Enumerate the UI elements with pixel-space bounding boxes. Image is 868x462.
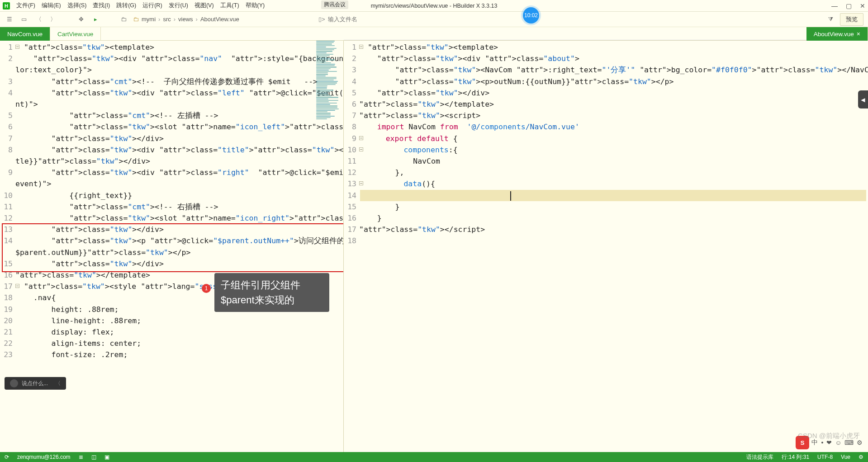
crumb-0[interactable]: mymi (142, 16, 156, 23)
tab-cartview[interactable]: CartView.vue (50, 27, 101, 41)
editor-pane-right[interactable]: 123456789101112131415161718 "attr">class… (344, 41, 868, 452)
nav-forward-icon[interactable]: 〉 (48, 14, 58, 24)
nav-back-icon[interactable]: 〈 (33, 14, 43, 24)
annotation-badge: 1 (202, 284, 211, 293)
app-logo: H (3, 2, 10, 9)
chat-input-bar[interactable]: 说点什么... 〈 (5, 377, 66, 390)
meeting-overlay: 腾讯会议 (321, 0, 348, 9)
preview-button[interactable]: 预览 (840, 13, 863, 26)
terminal-icon[interactable]: ▣ (104, 454, 109, 460)
file-search[interactable]: ▯> (318, 16, 427, 23)
tooltip-note: 子组件引用父组件 $parent来实现的 (214, 273, 329, 312)
window-close-icon[interactable]: ✕ (860, 2, 865, 9)
menu-file[interactable]: 文件(F) (16, 2, 35, 9)
split-icon[interactable]: ◫ (91, 454, 96, 460)
code-area-right[interactable]: "attr">class="tkw"><template> "attr">cla… (359, 41, 868, 247)
cursor-target-icon[interactable]: ✥ (76, 14, 86, 24)
window-title: mymi/src/views/AboutView.vue - HBuilder … (371, 3, 498, 9)
watermark: CSDN @前端小虎牙 (798, 432, 860, 440)
toolbar: ☰ ▭ 〈 〉 ✥ ▸ 🗀 🗀 mymi› src› views› AboutV… (0, 12, 868, 27)
list-icon[interactable]: ≣ (79, 454, 83, 460)
tooltip-line1: 子组件引用父组件 (221, 278, 323, 292)
tooltip-line2: $parent来实现的 (221, 292, 323, 307)
crumb-2[interactable]: views (178, 16, 193, 23)
explorer-toggle-icon[interactable]: ☰ (5, 14, 14, 24)
file-search-input[interactable] (328, 16, 427, 23)
menu-view[interactable]: 视图(V) (194, 2, 214, 9)
filter-icon[interactable]: ⧩ (825, 14, 835, 24)
menu-tools[interactable]: 工具(T) (220, 2, 239, 9)
editor-pane-left[interactable]: 12 34 5678 9 1011121314 1516171819202122… (0, 41, 344, 452)
tab-label: CartView.vue (57, 31, 93, 38)
menu-find[interactable]: 查找(I) (93, 2, 110, 9)
text-cursor (510, 191, 511, 201)
window-maximize-icon[interactable]: ▢ (846, 2, 852, 9)
line-gutter-left: 12 34 5678 9 1011121314 1516171819202122… (0, 41, 15, 361)
status-encoding[interactable]: UTF-8 (817, 454, 833, 460)
status-language[interactable]: Vue (841, 454, 850, 460)
menu-edit[interactable]: 编辑(E) (42, 2, 61, 9)
chevron-left-icon[interactable]: 〈 (55, 380, 61, 387)
side-panel-handle[interactable]: ◄ (858, 90, 868, 108)
new-file-icon[interactable]: ▭ (19, 14, 29, 24)
editor-tabs: NavCom.vue CartView.vue AboutView.vue × (0, 27, 868, 41)
tab-close-icon[interactable]: × (857, 30, 860, 38)
menu-run[interactable]: 运行(R) (142, 2, 162, 9)
folder-icon[interactable]: 🗀 (119, 14, 128, 24)
prompt-icon: ▯> (318, 16, 325, 23)
status-cursor-pos: 行:14 列:31 (782, 453, 809, 461)
menu-select[interactable]: 选择(S) (67, 2, 87, 9)
sync-icon[interactable]: ⟳ (5, 454, 9, 460)
folder-small-icon[interactable]: 🗀 (133, 16, 139, 23)
line-gutter-right: 123456789101112131415161718 (344, 41, 359, 247)
chat-placeholder: 说点什么... (22, 380, 48, 387)
tab-label: NavCom.vue (7, 31, 43, 38)
status-user[interactable]: zenqmumu@126.com (17, 454, 71, 460)
breadcrumb: 🗀 mymi› src› views› AboutView.vue (133, 16, 239, 23)
menu-goto[interactable]: 跳转(G) (116, 2, 136, 9)
smile-icon (10, 379, 18, 387)
window-title-group: mymi/src/views/AboutView.vue - HBuilder … (371, 0, 498, 12)
crumb-3[interactable]: AboutView.vue (200, 16, 239, 23)
status-bar: ⟳ zenqmumu@126.com ≣ ◫ ▣ 语法提示库 行:14 列:31… (0, 452, 868, 462)
minimap[interactable] (316, 41, 341, 120)
tab-label: AboutView.vue (814, 31, 854, 38)
run-icon[interactable]: ▸ (90, 14, 100, 24)
current-line-highlight (360, 190, 866, 201)
crumb-1[interactable]: src (163, 16, 171, 23)
menu-publish[interactable]: 发行(U) (169, 2, 188, 9)
menu-help[interactable]: 帮助(Y) (246, 2, 265, 9)
gear-icon[interactable]: ⚙ (859, 454, 863, 460)
clock-badge: 10:02 (523, 7, 539, 24)
status-hints[interactable]: 语法提示库 (746, 453, 773, 461)
window-minimize-icon[interactable]: ― (831, 2, 838, 9)
code-area-left[interactable]: "attr">class="tkw"><template> "attr">cla… (15, 41, 343, 361)
tab-aboutview[interactable]: AboutView.vue × (806, 27, 868, 41)
tab-navcom[interactable]: NavCom.vue (0, 27, 50, 41)
